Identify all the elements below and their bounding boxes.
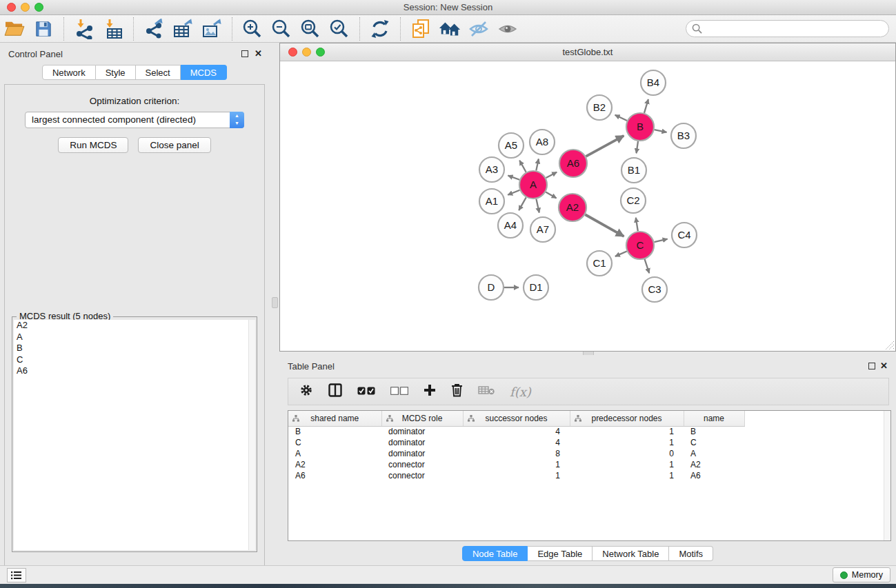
graph-edge-A2-C[interactable] [585,214,624,236]
table-row[interactable]: A2connector11A2 [288,459,744,470]
graph-node-B1[interactable]: B1 [621,158,646,183]
export-table-icon[interactable] [170,17,195,41]
export-network-icon[interactable] [141,17,166,41]
tab-network-table[interactable]: Network Table [593,546,669,561]
graph-node-B4[interactable]: B4 [641,70,666,95]
graph-node-A5[interactable]: A5 [499,133,524,158]
tab-select[interactable]: Select [136,65,181,80]
tab-node-table[interactable]: Node Table [462,546,528,561]
table-row[interactable]: Cdominator41C [288,437,744,448]
graph-node-A4[interactable]: A4 [498,213,523,238]
tab-edge-table[interactable]: Edge Table [528,546,593,561]
graph-node-B2[interactable]: B2 [587,95,612,120]
table-row[interactable]: Adominator80A [288,448,744,459]
graph-edge-A-A7[interactable] [536,199,539,213]
add-column-icon[interactable] [424,384,436,399]
task-history-button[interactable] [7,568,26,582]
mcds-result-item[interactable]: C [14,354,248,366]
delete-table-icon[interactable] [478,385,495,398]
table-row[interactable]: A6connector11A6 [288,470,744,481]
export-image-icon[interactable] [199,17,224,41]
graph-edge-A-A3[interactable] [508,176,519,180]
select-all-checkboxes-icon[interactable] [357,385,375,398]
window-resize-grip[interactable] [885,341,895,350]
graph-node-A2[interactable]: A2 [559,194,586,221]
graph-edge-A-A5[interactable] [519,161,526,172]
run-mcds-button[interactable]: Run MCDS [58,137,128,153]
search-input[interactable] [686,20,889,37]
home-icon[interactable] [437,17,462,41]
network-window-titlebar[interactable]: testGlobe.txt [280,43,895,61]
mcds-result-item[interactable]: B [14,343,248,354]
show-details-icon[interactable] [495,17,520,41]
graph-node-B[interactable]: B [626,113,654,141]
zoom-out-icon[interactable] [269,17,294,41]
graph-edge-B-B1[interactable] [637,141,638,153]
graph-edge-C-C2[interactable] [636,218,638,232]
graph-node-A7[interactable]: A7 [530,217,555,242]
apply-layout-icon[interactable] [368,17,392,41]
clone-network-icon[interactable] [408,17,433,41]
graph-node-A8[interactable]: A8 [530,130,555,154]
graph-node-D1[interactable]: D1 [524,275,548,300]
mcds-result-item[interactable]: A6 [14,365,248,377]
graph-node-A3[interactable]: A3 [479,157,504,182]
graph-edge-A6-B[interactable] [586,136,624,156]
column-header[interactable]: shared name [288,411,381,426]
graph-edge-A-A6[interactable] [546,172,557,178]
graph-node-A[interactable]: A [519,171,547,199]
graph-edge-A-A1[interactable] [508,190,519,195]
table-row[interactable]: Bdominator41B [288,426,744,437]
zoom-fit-icon[interactable] [298,17,323,41]
column-header[interactable]: predecessor nodes [570,411,684,426]
column-header[interactable]: successor nodes [463,411,570,426]
save-session-icon[interactable] [31,17,56,41]
tab-mcds[interactable]: MCDS [181,65,227,80]
memory-button[interactable]: Memory [833,567,890,582]
show-columns-icon[interactable] [328,383,342,400]
graph-node-C4[interactable]: C4 [672,223,697,247]
mcds-result-item[interactable]: A2 [14,320,248,332]
graph-edge-C-C4[interactable] [654,239,667,243]
zoom-in-icon[interactable] [240,17,265,41]
mcds-result-item[interactable]: A [14,332,248,343]
tab-style[interactable]: Style [96,65,136,80]
mcds-result-scrollbar[interactable] [248,320,255,550]
delete-column-icon[interactable] [451,383,463,400]
graph-edge-C-C3[interactable] [645,259,650,273]
close-panel-button[interactable]: Close panel [138,137,210,153]
float-panel-icon[interactable] [241,50,248,57]
graph-node-C3[interactable]: C3 [642,277,667,302]
graph-node-A1[interactable]: A1 [479,189,504,214]
close-panel-icon[interactable]: ✕ [880,361,888,371]
graph-node-C[interactable]: C [626,232,654,259]
hide-details-icon[interactable] [466,17,491,41]
table-scrollbar[interactable] [884,411,890,540]
vertical-splitter-grip[interactable] [272,297,278,308]
deselect-all-checkboxes-icon[interactable] [390,385,408,398]
graph-node-B3[interactable]: B3 [671,123,696,148]
graph-node-C1[interactable]: C1 [587,251,612,276]
graph-edge-B-B3[interactable] [655,130,667,132]
tab-network[interactable]: Network [42,65,96,80]
network-canvas[interactable]: B4B2BB3A8A5A6B1A3AA1C2A2A4A7C4CC1C3DD1 [280,61,895,351]
graph-edge-A-A4[interactable] [519,197,526,210]
graph-edge-A-A2[interactable] [546,192,556,199]
column-header[interactable]: name [684,411,744,426]
close-panel-icon[interactable]: ✕ [255,48,262,59]
table-settings-icon[interactable] [299,383,313,400]
open-file-icon[interactable] [2,17,27,41]
function-builder-icon[interactable]: f(x) [510,385,531,399]
graph-node-D[interactable]: D [479,275,504,300]
criterion-dropdown[interactable]: largest connected component (directed) ▲… [25,112,244,128]
zoom-selected-icon[interactable] [327,17,352,41]
float-panel-icon[interactable] [868,363,875,369]
column-header[interactable]: MCDS role [381,411,463,426]
graph-edge-C-C1[interactable] [615,251,627,256]
graph-node-C2[interactable]: C2 [621,188,646,213]
import-network-icon[interactable] [72,17,97,41]
graph-edge-A-A8[interactable] [536,159,539,170]
import-table-icon[interactable] [101,17,126,41]
graph-edge-B-B4[interactable] [644,99,648,113]
graph-node-A6[interactable]: A6 [559,150,587,177]
